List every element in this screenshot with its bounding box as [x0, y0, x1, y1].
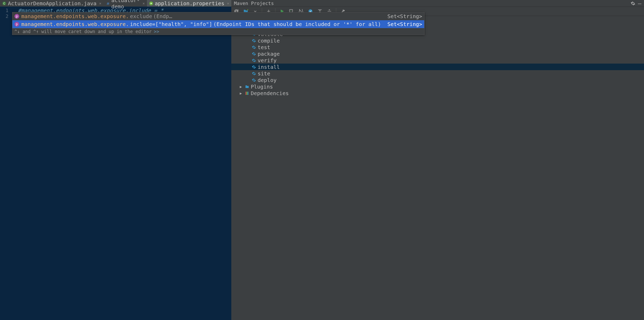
node-label: Dependencies: [251, 90, 289, 96]
ac-desc: (Endpoint IDs that should be included or…: [213, 21, 381, 28]
gear-icon: [252, 39, 256, 43]
ac-type: Set<String>: [382, 21, 422, 28]
close-icon[interactable]: ×: [99, 1, 101, 6]
ac-type: Set<String>: [382, 13, 422, 20]
code-area[interactable]: #management.endpoints.web.exposure.inclu…: [11, 7, 231, 320]
autocomplete-item-selected[interactable]: p management.endpoints.web.exposure.incl…: [12, 20, 424, 28]
tab-properties-file[interactable]: application.properties ×: [147, 0, 231, 7]
property-badge-icon: p: [14, 14, 19, 19]
lifecycle-verify[interactable]: verify: [231, 57, 644, 64]
gear-icon: [252, 65, 256, 69]
lifecycle-test[interactable]: test: [231, 44, 644, 50]
svg-text:+: +: [247, 9, 248, 11]
editor-tabs: C ActuatorDemoApplication.java × m actua…: [0, 0, 231, 7]
maven-tool-window: Maven Projects — +: [231, 0, 644, 320]
svg-text:m: m: [106, 1, 109, 6]
lifecycle-compile[interactable]: compile: [231, 37, 644, 44]
close-icon[interactable]: ×: [142, 1, 145, 6]
lifecycle-label: compile: [258, 38, 280, 44]
lifecycle-site[interactable]: site: [231, 70, 644, 77]
library-icon: [245, 91, 249, 95]
editor-body[interactable]: 1 2 #management.endpoints.web.exposure.i…: [0, 7, 231, 320]
lifecycle-label: site: [258, 70, 270, 77]
autocomplete-hint: ^↓ and ^↑ will move caret down and up in…: [12, 28, 189, 35]
lifecycle-label: deploy: [258, 77, 277, 83]
node-label: Plugins: [251, 84, 273, 90]
gear-icon[interactable]: [631, 1, 635, 6]
ac-prefix: management.endpoints.web.exposure.: [21, 13, 129, 20]
lifecycle-deploy[interactable]: deploy: [231, 77, 644, 83]
java-class-icon: C: [2, 1, 6, 6]
folder-icon: [245, 85, 249, 89]
close-icon[interactable]: ×: [227, 1, 229, 6]
spring-icon: [149, 1, 153, 6]
svg-text:C: C: [3, 2, 5, 5]
ac-name: include=["health", "info"]: [130, 21, 212, 28]
lifecycle-label: package: [258, 51, 280, 57]
expand-arrow-icon[interactable]: ▶: [240, 85, 243, 89]
lifecycle-label: verify: [258, 57, 277, 64]
lifecycle-install[interactable]: install: [231, 64, 644, 70]
maven-icon: m: [106, 1, 110, 6]
gear-icon: [252, 58, 256, 63]
hint-link[interactable]: >>: [154, 29, 159, 34]
tool-window-title: Maven Projects: [234, 1, 274, 6]
maven-dependencies-node[interactable]: ▶ Dependencies: [231, 90, 644, 96]
line-number: 1: [0, 8, 8, 13]
line-gutter: 1 2: [0, 7, 11, 320]
property-badge-icon: p: [14, 22, 19, 27]
lifecycle-label: install: [258, 64, 280, 70]
expand-arrow-icon[interactable]: ▶: [240, 91, 243, 95]
gear-icon: [252, 52, 256, 56]
gear-icon: [252, 78, 256, 82]
editor-pane: C ActuatorDemoApplication.java × m actua…: [0, 0, 231, 320]
maven-plugins-node[interactable]: ▶ Plugins: [231, 83, 644, 90]
svg-rect-10: [246, 92, 246, 95]
tab-label: ActuatorDemoApplication.java: [8, 0, 96, 7]
svg-rect-12: [248, 92, 248, 95]
ac-prefix: management.endpoints.web.exposure.: [21, 21, 129, 28]
line-number: 2: [0, 13, 8, 19]
hint-text: ^↓ and ^↑ will move caret down and up in…: [14, 29, 152, 34]
tab-maven-module[interactable]: m actuator-demo ×: [104, 0, 147, 7]
autocomplete-popup: p management.endpoints.web.exposure.excl…: [12, 12, 425, 35]
lifecycle-package[interactable]: package: [231, 50, 644, 57]
lifecycle-label: test: [258, 44, 270, 50]
gear-icon: [252, 45, 256, 49]
tab-java-file[interactable]: C ActuatorDemoApplication.java ×: [0, 0, 104, 7]
gear-icon: [252, 71, 256, 76]
minimize-icon[interactable]: —: [638, 0, 641, 7]
ac-desc: (Endp…: [153, 13, 172, 20]
ac-name: exclude: [130, 13, 152, 20]
autocomplete-item[interactable]: p management.endpoints.web.exposure.excl…: [12, 12, 424, 20]
svg-rect-11: [247, 92, 247, 95]
maven-tree: ▼ m actuator-demo cleanvalidatecompilete…: [231, 16, 644, 320]
tab-label: application.properties: [155, 0, 224, 7]
maven-header: Maven Projects —: [231, 0, 644, 7]
